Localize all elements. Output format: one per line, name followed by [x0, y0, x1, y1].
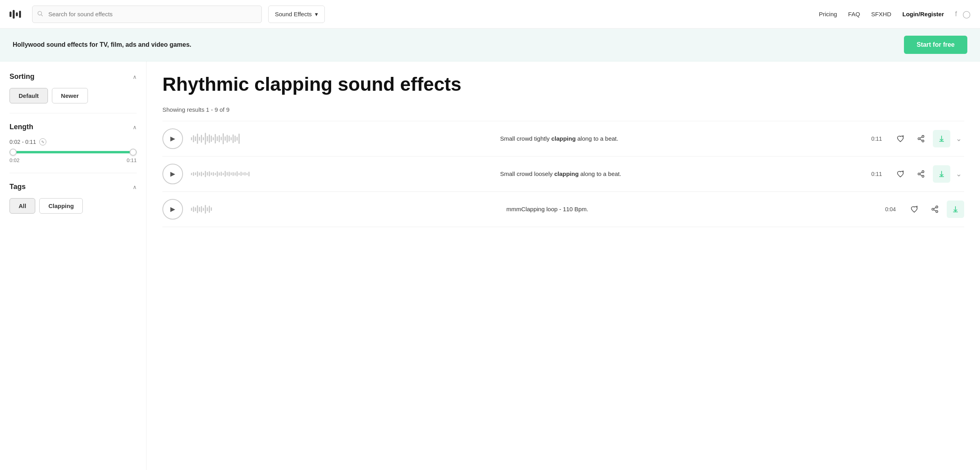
tags-title: Tags	[10, 183, 26, 191]
like-button[interactable]	[892, 165, 909, 183]
length-chevron-icon: ∧	[133, 124, 137, 130]
like-button[interactable]	[892, 130, 909, 147]
content: Rhythmic clapping sound effects Showing …	[147, 61, 980, 470]
download-button[interactable]	[947, 201, 964, 218]
download-button[interactable]	[933, 130, 950, 147]
nav-faq[interactable]: FAQ	[848, 11, 860, 17]
svg-line-24	[934, 207, 936, 208]
banner: Hollywood sound effects for TV, film, ad…	[0, 29, 980, 61]
sound-list: ▶	[162, 121, 964, 227]
nav-sfxhd[interactable]: SFXHD	[871, 11, 891, 17]
range-track[interactable]	[10, 151, 137, 153]
banner-text: Hollywood sound effects for TV, film, ad…	[13, 41, 191, 48]
sound-duration: 0:11	[869, 136, 884, 142]
start-for-free-button[interactable]: Start for free	[904, 36, 967, 54]
tag-buttons: All Clapping	[10, 198, 137, 214]
tags-chevron-icon: ∧	[133, 184, 137, 190]
sound-item: ▶	[162, 121, 964, 157]
sound-actions	[906, 201, 964, 218]
tags-section: Tags ∧ All Clapping	[10, 183, 137, 223]
nav-login-register[interactable]: Login/Register	[902, 11, 944, 17]
range-thumb-min[interactable]	[10, 149, 17, 156]
like-button[interactable]	[906, 201, 923, 218]
waveform	[191, 201, 498, 218]
svg-point-4	[922, 135, 924, 137]
sidebar: Sorting ∧ Default Newer Length ∧ 0:02 - …	[0, 61, 147, 470]
play-button[interactable]: ▶	[162, 164, 183, 184]
tag-clapping-button[interactable]: Clapping	[39, 198, 83, 214]
svg-line-1	[41, 15, 43, 16]
sort-buttons: Default Newer	[10, 88, 137, 103]
sound-actions: ⌄	[892, 165, 964, 183]
expand-button[interactable]: ⌄	[953, 132, 964, 145]
sort-default-button[interactable]: Default	[10, 88, 48, 103]
length-title: Length	[10, 123, 33, 131]
facebook-icon[interactable]: f	[955, 10, 957, 18]
sound-description: Small crowd loosely clapping along to a …	[500, 170, 862, 178]
range-thumb-max[interactable]	[130, 149, 137, 156]
logo-icon	[10, 10, 21, 19]
results-count: Showing results 1 - 9 of 9	[162, 106, 964, 113]
nav: Pricing FAQ SFXHD Login/Register f ◯	[819, 10, 970, 19]
svg-point-22	[936, 210, 938, 212]
svg-point-13	[918, 173, 920, 175]
sorting-chevron-icon: ∧	[133, 74, 137, 80]
sound-actions: ⌄	[892, 130, 964, 147]
nav-pricing[interactable]: Pricing	[819, 11, 837, 17]
sound-text: mmmClapping loop - 110 Bpm.	[506, 206, 588, 212]
page-title: Rhythmic clapping sound effects	[162, 74, 964, 95]
sound-item: ▶ mmmClapping loop - 110 Bpm.	[162, 192, 964, 227]
search-wrapper	[32, 6, 262, 23]
length-range-label: 0:02 - 0:11	[10, 139, 36, 145]
logo	[10, 10, 21, 19]
sound-item: ▶	[162, 157, 964, 192]
header: Sound Effects ▾ Pricing FAQ SFXHD Login/…	[0, 0, 980, 29]
search-icon	[37, 10, 43, 18]
main-layout: Sorting ∧ Default Newer Length ∧ 0:02 - …	[0, 61, 980, 470]
sorting-title: Sorting	[10, 73, 34, 81]
range-fill	[10, 151, 137, 153]
svg-point-5	[918, 138, 920, 139]
svg-line-7	[920, 139, 922, 140]
sound-duration: 0:04	[883, 206, 898, 212]
svg-point-12	[922, 170, 924, 172]
share-button[interactable]	[912, 165, 930, 183]
sort-newer-button[interactable]: Newer	[52, 88, 88, 103]
share-button[interactable]	[912, 130, 930, 147]
svg-line-15	[920, 174, 922, 176]
waveform	[191, 130, 492, 147]
svg-point-6	[922, 140, 924, 142]
svg-point-20	[936, 206, 938, 208]
svg-point-21	[932, 208, 934, 210]
sound-description: mmmClapping loop - 110 Bpm.	[506, 205, 875, 213]
search-input[interactable]	[32, 6, 262, 23]
svg-line-16	[920, 172, 922, 173]
sound-duration: 0:11	[869, 171, 884, 177]
svg-point-0	[38, 11, 42, 15]
tag-all-button[interactable]: All	[10, 198, 35, 214]
expand-button[interactable]: ⌄	[953, 167, 964, 181]
share-button[interactable]	[926, 201, 944, 218]
download-button[interactable]	[933, 165, 950, 183]
length-section: Length ∧ 0:02 - 0:11 ✎ 0:02 0:11	[10, 123, 137, 173]
waveform	[191, 165, 492, 183]
sorting-section: Sorting ∧ Default Newer	[10, 73, 137, 113]
instagram-icon[interactable]: ◯	[963, 10, 970, 19]
svg-point-14	[922, 175, 924, 177]
range-min-label: 0:02	[10, 157, 19, 163]
play-button[interactable]: ▶	[162, 199, 183, 220]
sound-effects-dropdown[interactable]: Sound Effects ▾	[268, 6, 325, 23]
sound-description: Small crowd tightly clapping along to a …	[500, 134, 862, 143]
svg-line-23	[934, 210, 936, 211]
chevron-down-icon: ▾	[315, 11, 318, 18]
range-max-label: 0:11	[127, 157, 137, 163]
edit-range-icon[interactable]: ✎	[39, 138, 46, 145]
play-button[interactable]: ▶	[162, 128, 183, 149]
svg-line-8	[920, 137, 922, 138]
